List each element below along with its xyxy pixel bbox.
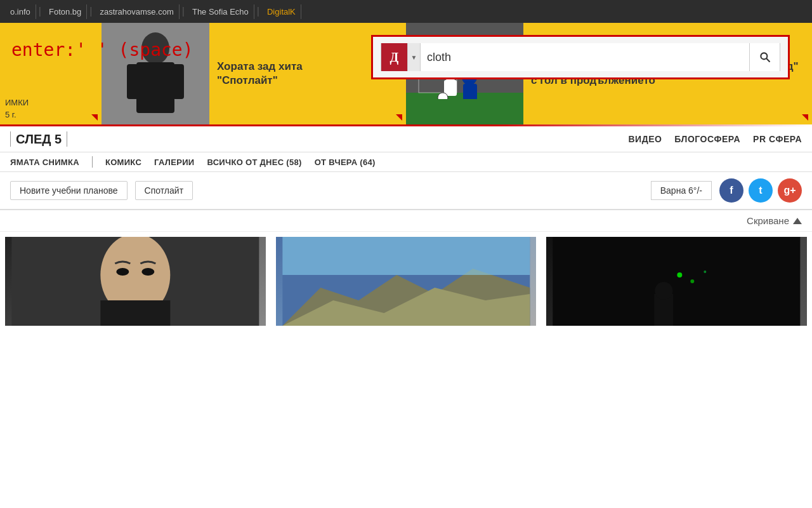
sub-nav-vsichko[interactable]: ВСИЧКО ОТ ДНЕС (58) xyxy=(207,157,301,167)
news-card-2[interactable]: Хората зад хита "Спотлайт" xyxy=(102,23,406,124)
svg-rect-5 xyxy=(127,64,138,99)
tab-foton[interactable]: Foton.bg xyxy=(44,4,87,19)
tag-btn-uchebnи[interactable]: Новите учебни планове xyxy=(10,181,128,200)
tab-zastra[interactable]: zastrahovamse.com xyxy=(95,4,179,19)
card2-title2: "Спотлайт" xyxy=(217,74,303,88)
twitter-icon[interactable]: t xyxy=(749,178,773,203)
svg-rect-12 xyxy=(463,84,477,102)
person-silhouette-svg xyxy=(102,23,209,124)
svg-line-1 xyxy=(766,58,769,62)
hide-arrow-icon xyxy=(793,218,802,224)
search-button[interactable] xyxy=(749,43,780,71)
annotation-text: enter:' ' (space) xyxy=(11,39,193,60)
card1-subtitle: ИМКИ xyxy=(5,98,96,107)
thumbnail-2-svg xyxy=(276,237,537,326)
thumbnail-3[interactable] xyxy=(546,237,807,326)
card2-image xyxy=(102,23,209,124)
nav-sep-right xyxy=(67,131,67,147)
search-icon xyxy=(759,51,771,64)
search-dropdown[interactable]: ▼ xyxy=(408,43,421,71)
nav-link-pr[interactable]: PR СФЕРА xyxy=(753,134,802,144)
social-icons: f t g+ xyxy=(719,178,802,203)
search-overlay: Д ▼ xyxy=(371,35,790,79)
toolbar-row: Новите учебни планове Спотлайт Варна 6°/… xyxy=(0,172,812,210)
google-icon[interactable]: g+ xyxy=(778,178,802,203)
nav-right: ВИДЕО БЛОГОСФЕРА PR СФЕРА xyxy=(628,134,802,144)
svg-point-30 xyxy=(704,271,707,273)
svg-point-20 xyxy=(116,268,129,276)
thumbnails-row xyxy=(0,237,812,326)
search-logo: Д xyxy=(381,43,408,71)
weather-widget: Варна 6°/- xyxy=(651,181,712,200)
card3-arrow xyxy=(802,114,808,121)
sub-nav-sep xyxy=(92,156,93,168)
svg-rect-4 xyxy=(136,62,174,113)
svg-point-0 xyxy=(761,53,767,59)
card1-arrow xyxy=(91,114,98,121)
svg-rect-25 xyxy=(282,237,530,275)
search-input[interactable] xyxy=(421,43,749,71)
svg-point-21 xyxy=(141,268,154,276)
hide-label: Скриване xyxy=(747,215,789,226)
svg-point-28 xyxy=(691,279,695,283)
facebook-icon[interactable]: f xyxy=(719,178,743,203)
thumbnail-3-svg xyxy=(546,237,807,326)
nav-link-video[interactable]: ВИДЕО xyxy=(628,134,662,144)
tab-sofia[interactable]: The Sofia Echo xyxy=(187,4,254,19)
card2-arrow xyxy=(396,114,402,121)
svg-point-27 xyxy=(678,272,683,277)
card2-title: Хората зад хита xyxy=(217,60,303,74)
svg-rect-19 xyxy=(100,300,170,326)
svg-rect-6 xyxy=(173,64,184,99)
hide-button[interactable]: Скриване xyxy=(747,215,802,226)
sub-nav: ЯМАТА СНИМКА КОМИКС ГАЛЕРИИ ВСИЧКО ОТ ДН… xyxy=(0,152,812,172)
tab-digitalк[interactable]: DigitalK xyxy=(262,4,301,19)
nav-bar: СЛЕД 5 ВИДЕО БЛОГОСФЕРА PR СФЕРА xyxy=(0,126,812,152)
sub-nav-komiks[interactable]: КОМИКС xyxy=(105,157,141,167)
search-bar-container: Д ▼ xyxy=(381,43,780,71)
news-card-1[interactable]: ИМКИ 5 г. xyxy=(0,23,102,124)
svg-point-32 xyxy=(655,282,673,300)
sub-nav-photo-label: ЯМАТА СНИМКА xyxy=(10,157,79,167)
thumbnail-1[interactable] xyxy=(5,237,266,326)
nav-link-blog[interactable]: БЛОГОСФЕРА xyxy=(674,134,740,144)
thumbnail-2[interactable] xyxy=(276,237,537,326)
nav-main-title: СЛЕД 5 xyxy=(16,132,62,147)
nav-sep-left xyxy=(10,131,11,147)
svg-rect-26 xyxy=(553,237,801,326)
card2-person xyxy=(102,23,209,124)
thumbnail-1-svg xyxy=(5,237,266,326)
hide-row: Скриване xyxy=(0,210,812,232)
card1-date: 5 г. xyxy=(5,110,96,119)
card2-text: Хората зад хита "Спотлайт" xyxy=(209,23,310,124)
tag-btn-spotlight[interactable]: Спотлайт xyxy=(135,181,193,200)
tab-info[interactable]: o.info xyxy=(5,4,36,19)
tab-bar: o.info | Foton.bg | zastrahovamse.com | … xyxy=(0,0,812,23)
sub-nav-galerii[interactable]: ГАЛЕРИИ xyxy=(154,157,194,167)
nav-left: СЛЕД 5 xyxy=(10,131,67,147)
sub-nav-ot-vchera[interactable]: ОТ ВЧЕРА (64) xyxy=(315,157,376,167)
